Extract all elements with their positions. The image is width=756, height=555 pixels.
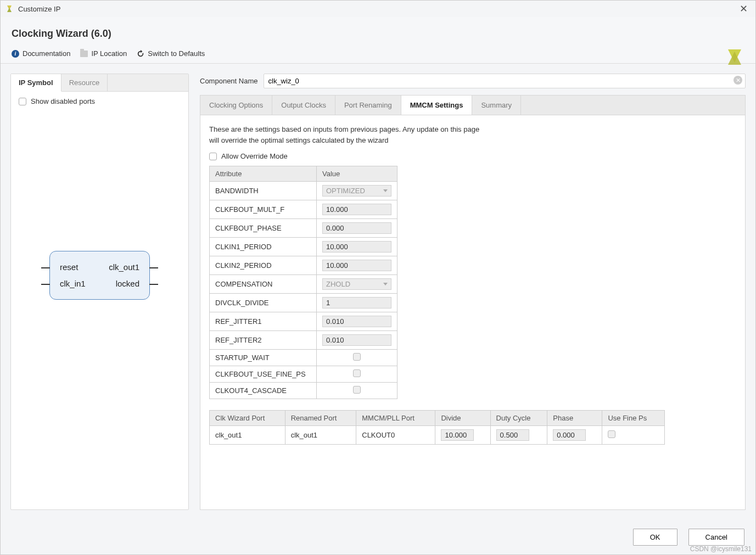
refresh-icon xyxy=(137,50,144,58)
attr-divclk-divide: DIVCLK_DIVIDE xyxy=(210,294,317,312)
attr-clkfbout-mult-f: CLKFBOUT_MULT_F xyxy=(210,200,317,219)
documentation-link[interactable]: i Documentation xyxy=(12,49,70,58)
ok-button[interactable]: OK xyxy=(633,529,677,546)
val-clkfbout-mult-f[interactable]: 10.000 xyxy=(322,204,391,215)
chevron-down-icon xyxy=(383,189,388,192)
col-phase: Phase xyxy=(547,411,602,426)
tab-port-renaming[interactable]: Port Renaming xyxy=(335,96,401,115)
cancel-button[interactable]: Cancel xyxy=(688,529,744,546)
val-ref-jitter1[interactable]: 0.010 xyxy=(322,316,391,327)
attr-ref-jitter2: REF_JITTER2 xyxy=(210,331,317,350)
val-ref-jitter2[interactable]: 0.010 xyxy=(322,334,391,346)
val-bandwidth[interactable]: OPTIMIZED xyxy=(322,185,391,197)
val-clkout4-cascade-checkbox[interactable] xyxy=(353,386,361,394)
component-name-row: Component Name ✕ xyxy=(200,74,746,88)
switch-defaults-link[interactable]: Switch to Defaults xyxy=(137,49,205,58)
attr-clkin1-period: CLKIN1_PERIOD xyxy=(210,238,317,256)
titlebar: Customize IP ✕ xyxy=(1,1,755,17)
info-icon: i xyxy=(12,50,19,58)
tab-output-clocks[interactable]: Output Clocks xyxy=(272,96,335,115)
val-startup-wait-checkbox[interactable] xyxy=(353,353,361,361)
left-panel: IP Symbol Resource Show disabled ports r… xyxy=(10,74,189,510)
port-clk-in1: clk_in1 xyxy=(60,279,86,288)
tab-content-mmcm[interactable]: These are the settings based on inputs f… xyxy=(200,115,746,510)
footer: OK Cancel xyxy=(1,520,755,554)
col-value: Value xyxy=(317,166,397,182)
cell-divide[interactable]: 10.000 xyxy=(441,429,474,441)
customize-ip-dialog: Customize IP ✕ Clocking Wizard (6.0) i D… xyxy=(0,0,756,555)
mmcm-attribute-table: Attribute Value BANDWIDTH OPTIMIZED CLKF… xyxy=(209,166,397,399)
header: Clocking Wizard (6.0) i Documentation IP… xyxy=(1,17,755,64)
right-panel: Component Name ✕ Clocking Options Output… xyxy=(200,74,746,510)
attr-compensation: COMPENSATION xyxy=(210,275,317,294)
clear-icon[interactable]: ✕ xyxy=(733,76,742,85)
tab-clocking-options[interactable]: Clocking Options xyxy=(200,96,272,115)
attr-clkout4-cascade: CLKOUT4_CASCADE xyxy=(210,383,317,399)
val-clkin1-period[interactable]: 10.000 xyxy=(322,241,391,253)
page-title: Clocking Wizard (6.0) xyxy=(12,28,744,40)
tab-mmcm-settings[interactable]: MMCM Settings xyxy=(401,96,473,115)
allow-override-label: Allow Override Mode xyxy=(221,152,288,160)
ip-location-label: IP Location xyxy=(91,49,127,58)
col-divide: Divide xyxy=(435,411,490,426)
vendor-logo-icon xyxy=(725,47,744,67)
main-tabs: Clocking Options Output Clocks Port Rena… xyxy=(200,95,746,115)
show-disabled-ports-label: Show disabled ports xyxy=(31,97,95,105)
val-clkfbout-phase[interactable]: 0.000 xyxy=(322,222,391,234)
tab-summary[interactable]: Summary xyxy=(472,96,521,115)
attr-bandwidth: BANDWIDTH xyxy=(210,182,317,200)
cell-mmcm-port: CLKOUT0 xyxy=(356,426,435,445)
attr-startup-wait: STARTUP_WAIT xyxy=(210,350,317,366)
chevron-down-icon xyxy=(383,283,388,285)
val-clkfbout-use-fine-ps-checkbox[interactable] xyxy=(353,369,361,377)
dialog-body: IP Symbol Resource Show disabled ports r… xyxy=(1,64,755,520)
val-compensation[interactable]: ZHOLD xyxy=(322,278,391,290)
col-mmcm-port: MMCM/PLL Port xyxy=(356,411,435,426)
allow-override-row: Allow Override Mode xyxy=(209,152,736,160)
col-use-fine-ps: Use Fine Ps xyxy=(602,411,665,426)
documentation-label: Documentation xyxy=(23,49,70,58)
mmcm-description: These are the settings based on inputs f… xyxy=(209,124,517,145)
switch-defaults-label: Switch to Defaults xyxy=(148,49,205,58)
port-row-clk-out1: clk_out1 clk_out1 CLKOUT0 10.000 0.500 0… xyxy=(210,426,665,445)
port-clk-out1: clk_out1 xyxy=(109,262,139,272)
ip-location-link[interactable]: IP Location xyxy=(80,49,127,58)
col-renamed-port: Renamed Port xyxy=(285,411,356,426)
attr-clkfbout-use-fine-ps: CLKFBOUT_USE_FINE_PS xyxy=(210,366,317,383)
pin-clk-in1 xyxy=(41,284,50,285)
cell-duty[interactable]: 0.500 xyxy=(496,429,529,441)
window-title: Customize IP xyxy=(18,5,736,13)
port-locked: locked xyxy=(116,279,139,288)
tab-resource[interactable]: Resource xyxy=(61,74,108,91)
app-icon xyxy=(5,4,14,13)
ip-block-diagram: reset clk_in1 clk_out1 locked xyxy=(11,251,188,300)
folder-icon xyxy=(80,51,88,57)
val-clkin2-period[interactable]: 10.000 xyxy=(322,260,391,271)
left-tabs: IP Symbol Resource xyxy=(11,74,188,92)
attr-clkfbout-phase: CLKFBOUT_PHASE xyxy=(210,219,317,238)
col-duty: Duty Cycle xyxy=(490,411,547,426)
col-wiz-port: Clk Wizard Port xyxy=(210,411,285,426)
clock-ports-table: Clk Wizard Port Renamed Port MMCM/PLL Po… xyxy=(209,410,665,445)
cell-wiz-port: clk_out1 xyxy=(210,426,285,445)
val-divclk-divide[interactable]: 1 xyxy=(322,297,391,309)
show-disabled-ports-row: Show disabled ports xyxy=(19,97,181,105)
tab-ip-symbol[interactable]: IP Symbol xyxy=(11,74,61,92)
pin-locked xyxy=(149,284,158,285)
attr-ref-jitter1: REF_JITTER1 xyxy=(210,312,317,331)
component-name-input[interactable] xyxy=(264,74,746,88)
ip-rect: reset clk_in1 clk_out1 locked xyxy=(49,251,150,300)
close-icon[interactable]: ✕ xyxy=(736,3,751,15)
component-name-label: Component Name xyxy=(200,77,258,85)
header-toolbar: i Documentation IP Location Switch to De… xyxy=(12,49,744,58)
allow-override-checkbox[interactable] xyxy=(209,153,217,160)
col-attribute: Attribute xyxy=(210,166,317,182)
port-reset: reset xyxy=(60,262,78,272)
pin-clk-out1 xyxy=(149,267,158,268)
cell-renamed-port: clk_out1 xyxy=(285,426,356,445)
show-disabled-ports-checkbox[interactable] xyxy=(19,98,26,105)
attr-clkin2-period: CLKIN2_PERIOD xyxy=(210,256,317,275)
cell-phase[interactable]: 0.000 xyxy=(553,429,586,441)
pin-reset xyxy=(41,267,50,268)
cell-use-fine-ps-checkbox[interactable] xyxy=(608,430,615,438)
